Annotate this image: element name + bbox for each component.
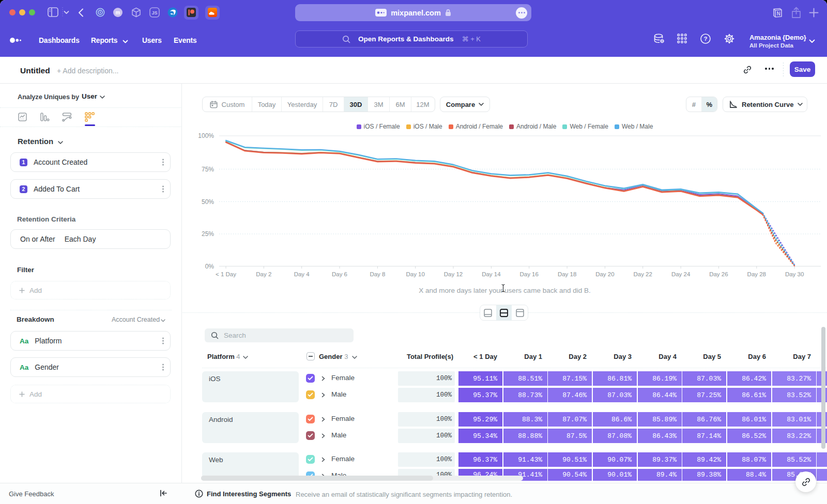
svg-text:N: N [777, 11, 780, 17]
svg-text:Day 30: Day 30 [785, 271, 804, 277]
svg-text:m: m [116, 10, 120, 15]
svg-text:Day 12: Day 12 [444, 271, 463, 277]
svg-text:50%: 50% [202, 198, 214, 206]
svg-text:Day 20: Day 20 [595, 271, 614, 277]
svg-text:JS: JS [151, 10, 157, 15]
svg-text:Day 26: Day 26 [709, 271, 728, 277]
svg-text:25%: 25% [202, 230, 214, 238]
svg-text:Day 24: Day 24 [671, 271, 691, 277]
svg-text:Day 8: Day 8 [370, 271, 385, 277]
svg-text:Day 16: Day 16 [519, 271, 538, 277]
svg-text:Day 6: Day 6 [332, 271, 347, 277]
svg-text:Day 18: Day 18 [558, 271, 576, 277]
svg-text:Day 28: Day 28 [747, 271, 766, 277]
svg-text:100%: 100% [198, 132, 214, 139]
svg-text:Day 4: Day 4 [294, 271, 310, 277]
svg-text:Day 10: Day 10 [406, 271, 424, 277]
svg-text:75%: 75% [202, 166, 214, 173]
svg-text:Day 2: Day 2 [256, 271, 271, 277]
svg-text:Day 14: Day 14 [482, 271, 501, 277]
svg-text:0%: 0% [205, 263, 215, 270]
svg-text:< 1 Day: < 1 Day [216, 271, 236, 277]
svg-text:?: ? [703, 36, 707, 42]
svg-text:Day 22: Day 22 [633, 271, 652, 277]
